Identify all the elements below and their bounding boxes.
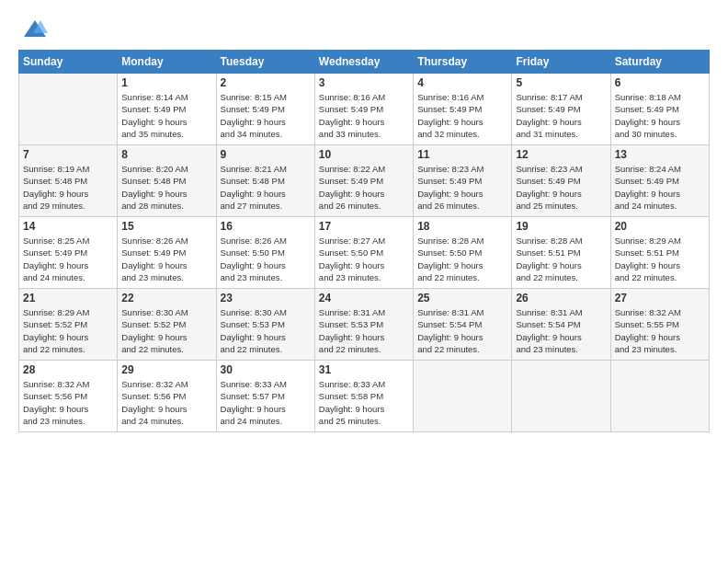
day-info: Sunrise: 8:32 AM Sunset: 5:56 PM Dayligh… bbox=[121, 378, 211, 427]
column-header-friday: Friday bbox=[512, 51, 610, 74]
day-info: Sunrise: 8:27 AM Sunset: 5:50 PM Dayligh… bbox=[319, 235, 409, 283]
logo-icon bbox=[22, 17, 48, 42]
day-info: Sunrise: 8:31 AM Sunset: 5:53 PM Dayligh… bbox=[319, 306, 409, 355]
day-cell bbox=[19, 74, 118, 145]
day-cell: 6Sunrise: 8:18 AM Sunset: 5:49 PM Daylig… bbox=[610, 74, 709, 145]
day-number: 5 bbox=[516, 76, 606, 89]
day-cell: 2Sunrise: 8:15 AM Sunset: 5:49 PM Daylig… bbox=[216, 74, 314, 145]
day-info: Sunrise: 8:26 AM Sunset: 5:50 PM Dayligh… bbox=[221, 235, 311, 283]
day-cell: 5Sunrise: 8:17 AM Sunset: 5:49 PM Daylig… bbox=[512, 74, 610, 145]
day-info: Sunrise: 8:32 AM Sunset: 5:56 PM Dayligh… bbox=[23, 378, 113, 427]
day-number: 21 bbox=[23, 292, 113, 304]
day-cell: 28Sunrise: 8:32 AM Sunset: 5:56 PM Dayli… bbox=[19, 361, 118, 432]
day-info: Sunrise: 8:31 AM Sunset: 5:54 PM Dayligh… bbox=[516, 306, 606, 355]
day-number: 2 bbox=[221, 76, 311, 89]
day-info: Sunrise: 8:14 AM Sunset: 5:49 PM Dayligh… bbox=[121, 91, 211, 140]
week-row-1: 1Sunrise: 8:14 AM Sunset: 5:49 PM Daylig… bbox=[19, 74, 710, 145]
day-info: Sunrise: 8:17 AM Sunset: 5:49 PM Dayligh… bbox=[516, 91, 606, 140]
day-info: Sunrise: 8:19 AM Sunset: 5:48 PM Dayligh… bbox=[23, 163, 113, 212]
day-number: 1 bbox=[121, 76, 211, 89]
column-header-sunday: Sunday bbox=[19, 51, 118, 74]
day-number: 10 bbox=[319, 148, 409, 161]
day-cell: 16Sunrise: 8:26 AM Sunset: 5:50 PM Dayli… bbox=[216, 217, 314, 289]
day-info: Sunrise: 8:26 AM Sunset: 5:49 PM Dayligh… bbox=[121, 235, 211, 283]
day-number: 13 bbox=[615, 148, 705, 161]
day-number: 22 bbox=[121, 292, 211, 304]
day-cell: 12Sunrise: 8:23 AM Sunset: 5:49 PM Dayli… bbox=[512, 145, 610, 217]
day-number: 9 bbox=[221, 148, 311, 161]
day-cell: 18Sunrise: 8:28 AM Sunset: 5:50 PM Dayli… bbox=[414, 217, 512, 289]
day-info: Sunrise: 8:21 AM Sunset: 5:48 PM Dayligh… bbox=[221, 163, 311, 212]
day-cell: 9Sunrise: 8:21 AM Sunset: 5:48 PM Daylig… bbox=[216, 145, 314, 217]
day-cell: 8Sunrise: 8:20 AM Sunset: 5:48 PM Daylig… bbox=[118, 145, 216, 217]
day-number: 31 bbox=[319, 363, 409, 376]
day-info: Sunrise: 8:31 AM Sunset: 5:54 PM Dayligh… bbox=[417, 306, 507, 355]
day-info: Sunrise: 8:16 AM Sunset: 5:49 PM Dayligh… bbox=[417, 91, 507, 140]
day-cell: 22Sunrise: 8:30 AM Sunset: 5:52 PM Dayli… bbox=[118, 289, 216, 361]
day-number: 8 bbox=[121, 148, 211, 161]
day-cell: 13Sunrise: 8:24 AM Sunset: 5:49 PM Dayli… bbox=[610, 145, 709, 217]
day-cell bbox=[610, 361, 709, 432]
day-info: Sunrise: 8:23 AM Sunset: 5:49 PM Dayligh… bbox=[516, 163, 606, 212]
day-number: 17 bbox=[319, 220, 409, 233]
day-number: 14 bbox=[23, 220, 113, 233]
week-row-2: 7Sunrise: 8:19 AM Sunset: 5:48 PM Daylig… bbox=[19, 145, 710, 217]
day-number: 11 bbox=[417, 148, 507, 161]
day-number: 25 bbox=[417, 292, 507, 304]
day-info: Sunrise: 8:30 AM Sunset: 5:53 PM Dayligh… bbox=[221, 306, 311, 355]
day-number: 3 bbox=[319, 76, 409, 89]
day-number: 30 bbox=[221, 363, 311, 376]
day-info: Sunrise: 8:25 AM Sunset: 5:49 PM Dayligh… bbox=[23, 235, 113, 283]
day-number: 23 bbox=[221, 292, 311, 304]
day-cell: 14Sunrise: 8:25 AM Sunset: 5:49 PM Dayli… bbox=[19, 217, 118, 289]
column-header-tuesday: Tuesday bbox=[216, 51, 314, 74]
day-info: Sunrise: 8:24 AM Sunset: 5:49 PM Dayligh… bbox=[615, 163, 705, 212]
day-number: 15 bbox=[121, 220, 211, 233]
day-number: 28 bbox=[23, 363, 113, 376]
column-header-saturday: Saturday bbox=[610, 51, 709, 74]
day-number: 29 bbox=[121, 363, 211, 376]
logo bbox=[18, 17, 48, 42]
day-number: 4 bbox=[417, 76, 507, 89]
day-info: Sunrise: 8:28 AM Sunset: 5:50 PM Dayligh… bbox=[417, 235, 507, 283]
day-cell: 21Sunrise: 8:29 AM Sunset: 5:52 PM Dayli… bbox=[19, 289, 118, 361]
day-info: Sunrise: 8:33 AM Sunset: 5:57 PM Dayligh… bbox=[221, 378, 311, 427]
day-cell: 19Sunrise: 8:28 AM Sunset: 5:51 PM Dayli… bbox=[512, 217, 610, 289]
calendar-table: SundayMondayTuesdayWednesdayThursdayFrid… bbox=[18, 50, 710, 432]
day-number: 6 bbox=[615, 76, 705, 89]
header bbox=[18, 17, 710, 42]
day-cell: 20Sunrise: 8:29 AM Sunset: 5:51 PM Dayli… bbox=[610, 217, 709, 289]
day-cell: 25Sunrise: 8:31 AM Sunset: 5:54 PM Dayli… bbox=[414, 289, 512, 361]
day-cell: 29Sunrise: 8:32 AM Sunset: 5:56 PM Dayli… bbox=[118, 361, 216, 432]
day-number: 16 bbox=[221, 220, 311, 233]
day-info: Sunrise: 8:18 AM Sunset: 5:49 PM Dayligh… bbox=[615, 91, 705, 140]
day-info: Sunrise: 8:22 AM Sunset: 5:49 PM Dayligh… bbox=[319, 163, 409, 212]
day-number: 27 bbox=[615, 292, 705, 304]
day-info: Sunrise: 8:28 AM Sunset: 5:51 PM Dayligh… bbox=[516, 235, 606, 283]
day-cell: 23Sunrise: 8:30 AM Sunset: 5:53 PM Dayli… bbox=[216, 289, 314, 361]
day-cell: 3Sunrise: 8:16 AM Sunset: 5:49 PM Daylig… bbox=[314, 74, 413, 145]
day-info: Sunrise: 8:15 AM Sunset: 5:49 PM Dayligh… bbox=[221, 91, 311, 140]
day-cell: 7Sunrise: 8:19 AM Sunset: 5:48 PM Daylig… bbox=[19, 145, 118, 217]
day-cell bbox=[414, 361, 512, 432]
day-cell: 17Sunrise: 8:27 AM Sunset: 5:50 PM Dayli… bbox=[314, 217, 413, 289]
day-cell: 26Sunrise: 8:31 AM Sunset: 5:54 PM Dayli… bbox=[512, 289, 610, 361]
day-cell: 10Sunrise: 8:22 AM Sunset: 5:49 PM Dayli… bbox=[314, 145, 413, 217]
day-info: Sunrise: 8:32 AM Sunset: 5:55 PM Dayligh… bbox=[615, 306, 705, 355]
day-cell: 31Sunrise: 8:33 AM Sunset: 5:58 PM Dayli… bbox=[314, 361, 413, 432]
column-header-thursday: Thursday bbox=[414, 51, 512, 74]
day-number: 26 bbox=[516, 292, 606, 304]
day-cell: 27Sunrise: 8:32 AM Sunset: 5:55 PM Dayli… bbox=[610, 289, 709, 361]
day-info: Sunrise: 8:30 AM Sunset: 5:52 PM Dayligh… bbox=[121, 306, 211, 355]
day-info: Sunrise: 8:29 AM Sunset: 5:51 PM Dayligh… bbox=[615, 235, 705, 283]
day-cell bbox=[512, 361, 610, 432]
day-cell: 15Sunrise: 8:26 AM Sunset: 5:49 PM Dayli… bbox=[118, 217, 216, 289]
column-header-wednesday: Wednesday bbox=[314, 51, 413, 74]
day-number: 19 bbox=[516, 220, 606, 233]
day-cell: 11Sunrise: 8:23 AM Sunset: 5:49 PM Dayli… bbox=[414, 145, 512, 217]
day-cell: 4Sunrise: 8:16 AM Sunset: 5:49 PM Daylig… bbox=[414, 74, 512, 145]
day-info: Sunrise: 8:33 AM Sunset: 5:58 PM Dayligh… bbox=[319, 378, 409, 427]
day-number: 20 bbox=[615, 220, 705, 233]
day-info: Sunrise: 8:16 AM Sunset: 5:49 PM Dayligh… bbox=[319, 91, 409, 140]
column-header-monday: Monday bbox=[118, 51, 216, 74]
